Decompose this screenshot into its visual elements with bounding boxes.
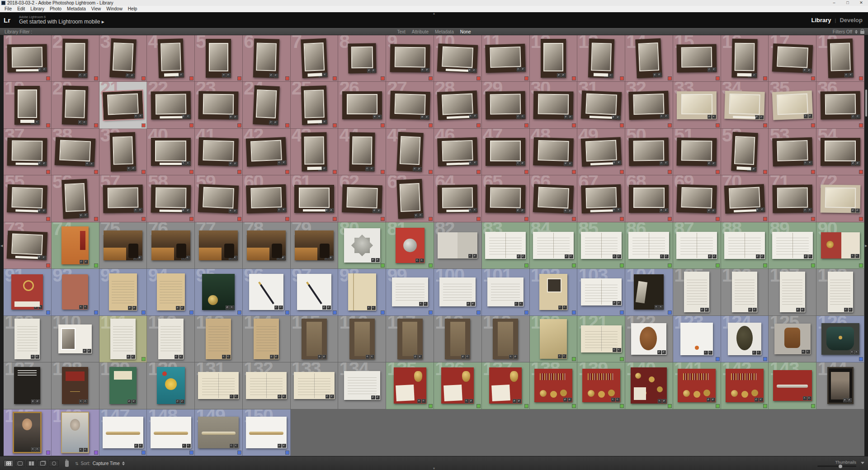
color-label-chip[interactable] <box>142 217 145 221</box>
grid-cell[interactable]: 121 <box>577 316 625 362</box>
color-label-chip[interactable] <box>572 124 576 127</box>
color-label-chip[interactable] <box>190 77 193 80</box>
grid-cell[interactable]: 33 <box>673 82 721 128</box>
thumbnail-badge-icon[interactable] <box>521 67 525 71</box>
color-label-chip[interactable] <box>764 404 767 408</box>
color-label-chip[interactable] <box>381 264 384 267</box>
thumbnail-badge-icon[interactable] <box>366 355 370 359</box>
grid-cell[interactable]: 22 <box>147 82 195 128</box>
thumbnail-badge-icon[interactable] <box>708 254 712 258</box>
color-label-chip[interactable] <box>142 311 145 314</box>
thumbnail-badge-icon[interactable] <box>469 399 473 403</box>
thumbnail-badge-icon[interactable] <box>801 308 805 312</box>
thumbnail-badge-icon[interactable] <box>229 115 233 119</box>
thumbnail-badge-icon[interactable] <box>87 349 91 353</box>
thumbnail-badge-icon[interactable] <box>31 120 35 124</box>
thumbnail-badge-icon[interactable] <box>326 395 330 399</box>
thumbnail-badge-icon[interactable] <box>613 161 617 165</box>
thumbnail-badge-icon[interactable] <box>803 68 807 72</box>
grid-cell[interactable]: 113 <box>195 316 243 362</box>
color-label-chip[interactable] <box>238 217 241 221</box>
grid-cell[interactable]: 87 <box>673 222 721 269</box>
grid-cell[interactable]: 96 <box>243 269 291 315</box>
color-label-chip[interactable] <box>238 311 241 314</box>
thumbnail-badge-icon[interactable] <box>755 115 759 119</box>
thumbnail-badge-icon[interactable] <box>796 308 800 312</box>
color-label-chip[interactable] <box>47 264 50 267</box>
thumbnail-badge-icon[interactable] <box>748 73 752 77</box>
grid-cell[interactable]: 140 <box>625 362 673 409</box>
grid-cell[interactable]: 8 <box>338 35 386 82</box>
color-label-chip[interactable] <box>668 311 671 314</box>
thumbnail-badge-icon[interactable] <box>79 448 83 452</box>
grid-cell[interactable]: 69 <box>673 175 721 222</box>
module-library[interactable]: Library <box>811 17 831 24</box>
thumbnail-badge-icon[interactable] <box>373 208 377 212</box>
module-develop[interactable]: Develop <box>840 17 863 24</box>
thumbnail-badge-icon[interactable] <box>234 444 238 448</box>
thumbnail-badge-icon[interactable] <box>557 73 561 77</box>
color-label-chip[interactable] <box>668 264 671 267</box>
thumbnail-badge-icon[interactable] <box>564 209 568 213</box>
color-label-chip[interactable] <box>525 404 528 408</box>
color-label-chip[interactable] <box>47 217 50 221</box>
thumbnail-badge-icon[interactable] <box>708 68 712 72</box>
color-label-chip[interactable] <box>668 170 671 174</box>
thumbnail-badge-icon[interactable] <box>521 114 525 118</box>
thumbnail-badge-icon[interactable] <box>844 308 848 312</box>
color-label-chip[interactable] <box>238 170 241 174</box>
grid-cell[interactable]: 47 <box>482 129 530 175</box>
thumbnail-badge-icon[interactable] <box>83 73 87 77</box>
thumbnail-badge-icon[interactable] <box>569 115 573 119</box>
thumbnail-badge-icon[interactable] <box>279 306 283 310</box>
color-label-chip[interactable] <box>429 264 432 267</box>
grid-cell[interactable]: 34 <box>721 82 769 128</box>
thumbnail-badge-icon[interactable] <box>558 354 562 358</box>
color-label-chip[interactable] <box>381 77 384 80</box>
thumbnail-badge-icon[interactable] <box>851 161 855 165</box>
thumbnail-badge-icon[interactable] <box>660 208 664 212</box>
thumbnail-badge-icon[interactable] <box>78 120 82 124</box>
thumbnail-badge-icon[interactable] <box>664 208 668 212</box>
thumbnail-badge-icon[interactable] <box>760 254 764 258</box>
color-label-chip[interactable] <box>286 124 289 127</box>
color-label-chip[interactable] <box>764 357 767 361</box>
thumbnail-badge-icon[interactable] <box>665 161 669 165</box>
thumbnail-badge-icon[interactable] <box>611 115 615 119</box>
thumbnail-badge-icon[interactable] <box>617 301 621 305</box>
thumbnail-badge-icon[interactable] <box>35 355 39 359</box>
color-label-chip[interactable] <box>620 264 623 267</box>
thumbnail-badge-icon[interactable] <box>468 254 472 258</box>
grid-cell[interactable]: 73 <box>4 222 52 269</box>
grid-cell[interactable]: 120 <box>530 316 578 362</box>
thumbnail-badge-icon[interactable] <box>180 306 184 310</box>
color-label-chip[interactable] <box>94 451 98 454</box>
thumbnail-badge-icon[interactable] <box>127 400 132 404</box>
thumbnail-badge-icon[interactable] <box>131 355 135 359</box>
grid-cell[interactable]: 134 <box>338 362 386 409</box>
thumbnail-badge-icon[interactable] <box>425 68 429 72</box>
color-label-chip[interactable] <box>572 264 576 267</box>
thumbnail-badge-icon[interactable] <box>176 400 180 404</box>
thumbnail-badge-icon[interactable] <box>466 355 470 359</box>
thumbnail-badge-icon[interactable] <box>752 73 756 77</box>
thumbnail-badge-icon[interactable] <box>856 161 860 165</box>
thumbnail-badge-icon[interactable] <box>323 73 327 77</box>
thumbnail-badge-icon[interactable] <box>323 120 327 124</box>
color-label-chip[interactable] <box>859 357 863 361</box>
thumbnail-badge-icon[interactable] <box>420 115 425 119</box>
grid-cell[interactable]: 21 <box>99 82 147 128</box>
thumbnail-badge-icon[interactable] <box>130 74 134 78</box>
thumbnail-badge-icon[interactable] <box>79 400 83 404</box>
thumbnail-badge-icon[interactable] <box>804 114 808 118</box>
color-label-chip[interactable] <box>668 124 671 127</box>
grid-cell[interactable]: 58 <box>147 175 195 222</box>
thumbnail-badge-icon[interactable] <box>807 396 811 400</box>
thumbnail-badge-icon[interactable] <box>617 160 621 164</box>
grid-cell[interactable]: 129 <box>99 362 147 409</box>
thumbnail-badge-icon[interactable] <box>175 73 179 77</box>
color-label-chip[interactable] <box>47 311 50 314</box>
color-label-chip[interactable] <box>811 77 815 80</box>
thumbnail-badge-icon[interactable] <box>422 399 426 403</box>
thumbnail-badge-icon[interactable] <box>660 114 664 118</box>
